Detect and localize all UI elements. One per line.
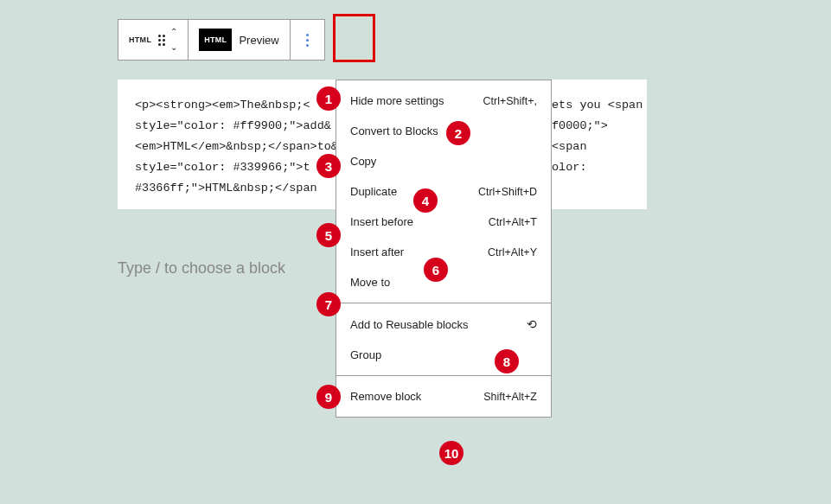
annotation-3: 3 [316, 154, 341, 178]
menu-copy[interactable]: Copy [336, 146, 551, 176]
annotation-10: 10 [439, 441, 463, 465]
preview-button[interactable]: Preview [239, 34, 278, 47]
menu-hide-more-settings[interactable]: Hide more settings Ctrl+Shift+, [336, 86, 551, 116]
block-toolbar: HTML ⌃ ⌄ HTML Preview [118, 19, 325, 61]
menu-group[interactable]: Group [336, 340, 551, 370]
move-up-down[interactable]: ⌃ ⌄ [170, 28, 177, 52]
menu-remove-block[interactable]: Remove block Shift+Alt+Z [336, 381, 551, 411]
highlight-box [333, 14, 375, 62]
annotation-5: 5 [316, 223, 341, 247]
annotation-6: 6 [424, 258, 448, 282]
menu-convert-to-blocks[interactable]: Convert to Blocks [336, 116, 551, 146]
chevron-up-icon[interactable]: ⌃ [170, 28, 177, 36]
menu-add-reusable[interactable]: Add to Reusable blocks ⟲ [336, 309, 551, 340]
more-options-button[interactable] [291, 20, 324, 60]
block-options-dropdown: Hide more settings Ctrl+Shift+, Convert … [336, 80, 552, 418]
annotation-2: 2 [446, 121, 470, 145]
annotation-1: 1 [316, 86, 341, 111]
annotation-9: 9 [316, 385, 341, 409]
annotation-4: 4 [413, 188, 438, 213]
block-type-button[interactable]: HTML ⌃ ⌄ [118, 20, 189, 60]
reusable-icon: ⟲ [527, 317, 537, 331]
html-block-content-left[interactable]: <p><strong><em>The&nbsp;< style="color: … [118, 80, 336, 209]
menu-insert-before[interactable]: Insert before Ctrl+Alt+T [336, 207, 551, 237]
block-placeholder[interactable]: Type / to choose a block [118, 259, 285, 278]
html-mode-button[interactable]: HTML [199, 29, 232, 51]
annotation-8: 8 [495, 349, 519, 373]
html-block-content-right[interactable]: ets you <span f0000;"> <span olor: [552, 80, 647, 209]
block-type-label: HTML [129, 35, 151, 44]
drag-handle-icon[interactable] [158, 35, 165, 46]
html-preview-toggle: HTML Preview [189, 20, 290, 60]
chevron-down-icon[interactable]: ⌄ [170, 43, 177, 52]
menu-duplicate[interactable]: Duplicate Ctrl+Shift+D [336, 176, 551, 207]
annotation-7: 7 [316, 292, 341, 316]
